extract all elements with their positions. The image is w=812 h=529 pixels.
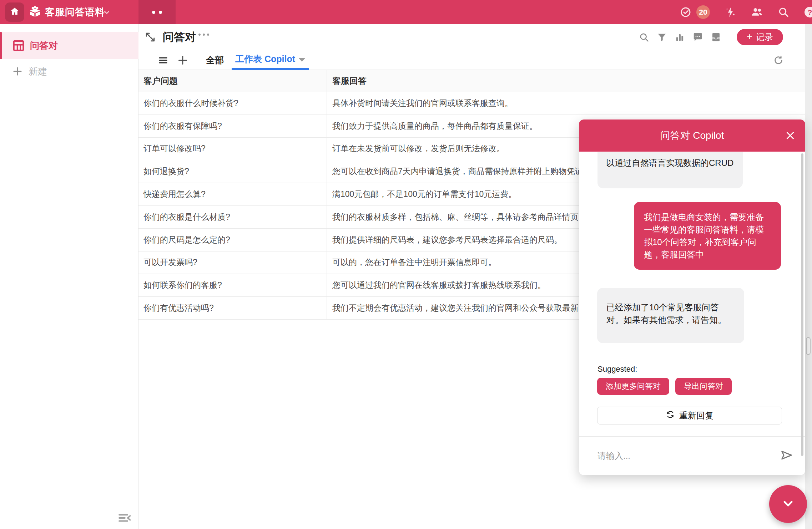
copilot-panel: 问答对 Copilot 以通过自然语言实现数据的CRUD 我们是做电商女装的，需… (579, 119, 805, 475)
table-grid-icon (12, 40, 25, 52)
view-tabs-bar: 全部 工作表 Copilot (138, 50, 812, 70)
cell-question[interactable]: 可以开发票吗? (138, 251, 327, 274)
view-toolbar: + 记录 (639, 24, 783, 50)
inbox-icon[interactable] (711, 32, 721, 42)
tab-all[interactable]: 全部 (198, 50, 232, 70)
credits-badge[interactable]: 20 (696, 5, 710, 19)
sidebar: 问答对 新建 (0, 24, 138, 529)
home-button[interactable] (5, 2, 24, 22)
tab-dot-icon (152, 11, 155, 14)
table-header-row: 客户问题 客服回答 (138, 70, 812, 92)
sidebar-item-label: 问答对 (30, 40, 58, 52)
suggestion-add-more-button[interactable]: 添加更多问答对 (597, 378, 669, 395)
comments-icon[interactable] (692, 32, 703, 42)
sidebar-new-label: 新建 (29, 65, 47, 78)
copilot-input[interactable] (597, 447, 769, 464)
workspace-logo-icon (28, 5, 42, 19)
table-row[interactable]: 你们的衣服什么时候补货?具体补货时间请关注我们的官网或联系客服查询。 (138, 92, 812, 115)
filter-icon[interactable] (657, 32, 667, 42)
chevron-down-icon (299, 58, 305, 62)
user-message: 我们是做电商女装的，需要准备一些常见的客服问答语料，请模拟10个问答对，补充到客… (634, 202, 781, 270)
workspace-title[interactable]: 客服问答语料 (45, 0, 105, 24)
add-record-button[interactable]: + 记录 (737, 29, 783, 45)
plus-icon (12, 66, 23, 77)
active-indicator (0, 32, 2, 59)
collaborators-icon[interactable] (751, 6, 763, 19)
tasks-check-icon[interactable] (680, 6, 691, 18)
cell-question[interactable]: 快递费用怎么算? (138, 183, 327, 205)
topbar-actions: 20 ? (680, 0, 812, 24)
tab-label: 工作表 Copilot (235, 53, 295, 65)
suggested-label: Suggested: (597, 365, 637, 374)
search-records-icon[interactable] (639, 32, 649, 42)
tab-dot-icon (159, 11, 162, 14)
regenerate-label: 重新回复 (679, 410, 713, 421)
chevron-down-icon (780, 495, 797, 513)
cell-question[interactable]: 你们的尺码是怎么定的? (138, 229, 327, 251)
collapse-sidebar-icon (117, 512, 132, 525)
page-title: 问答对 (163, 24, 196, 50)
close-copilot-button[interactable] (784, 129, 797, 142)
assistant-message: 以通过自然语言实现数据的CRUD (597, 152, 743, 188)
collapse-sidebar-button[interactable] (116, 512, 133, 525)
view-list-icon[interactable] (158, 55, 168, 67)
workspace-chevron-down-icon[interactable] (103, 9, 111, 18)
view-header: 问答对 + 记录 (138, 24, 812, 50)
refresh-icon[interactable] (773, 55, 784, 67)
page-scrollbar-thumb[interactable] (806, 337, 811, 355)
suggestion-export-button[interactable]: 导出问答对 (675, 378, 732, 395)
sidebar-new-table-button[interactable]: 新建 (0, 61, 138, 82)
cell-question[interactable]: 如何退换货? (138, 160, 327, 183)
expand-diagonal-icon[interactable] (145, 31, 156, 44)
suggestion-buttons: 添加更多问答对 导出问答对 (597, 378, 732, 395)
add-record-label: 记录 (756, 31, 773, 43)
topbar-collapsed-tab[interactable] (138, 0, 176, 24)
add-view-button[interactable] (177, 55, 188, 67)
tab-worksheet-copilot[interactable]: 工作表 Copilot (232, 50, 309, 70)
cell-question[interactable]: 如何联系你们的客服? (138, 274, 327, 296)
column-header-answer[interactable]: 客服回答 (327, 70, 812, 92)
cell-question[interactable]: 你们的衣服是什么材质? (138, 206, 327, 228)
copilot-title: 问答对 Copilot (660, 129, 724, 142)
cell-question[interactable]: 你们有优惠活动吗? (138, 297, 327, 319)
send-icon[interactable] (779, 447, 795, 463)
chart-icon[interactable] (675, 32, 685, 42)
cell-question[interactable]: 你们的衣服有保障吗? (138, 115, 327, 137)
svg-text:?: ? (808, 8, 812, 16)
help-icon[interactable]: ? (803, 6, 812, 19)
app-root: 客服问答语料 20 ? (0, 0, 812, 529)
page-scrollbar-track[interactable] (805, 24, 812, 529)
copilot-scrollbar-thumb[interactable] (801, 153, 803, 456)
assistant-message: 已经添加了10个常见客服问答对。如果有其他需求，请告知。 (597, 288, 744, 343)
sidebar-item-qa-pairs[interactable]: 问答对 (0, 32, 138, 59)
home-icon (10, 6, 20, 18)
regenerate-icon (666, 410, 675, 421)
cell-answer[interactable]: 具体补货时间请关注我们的官网或联系客服查询。 (327, 92, 812, 115)
cell-question[interactable]: 你们的衣服什么时候补货? (138, 92, 327, 115)
copilot-header: 问答对 Copilot (579, 119, 805, 152)
cell-question[interactable]: 订单可以修改吗? (138, 138, 327, 160)
scroll-to-bottom-fab[interactable] (769, 485, 807, 523)
copilot-input-area (579, 436, 805, 475)
plus-icon: + (747, 32, 752, 42)
automation-sparkle-icon[interactable] (724, 6, 736, 18)
topbar: 客服问答语料 20 ? (0, 0, 812, 24)
view-more-menu[interactable] (198, 34, 209, 36)
regenerate-button[interactable]: 重新回复 (597, 407, 782, 424)
column-header-question[interactable]: 客户问题 (138, 70, 327, 92)
search-topbar-icon[interactable] (778, 6, 789, 18)
